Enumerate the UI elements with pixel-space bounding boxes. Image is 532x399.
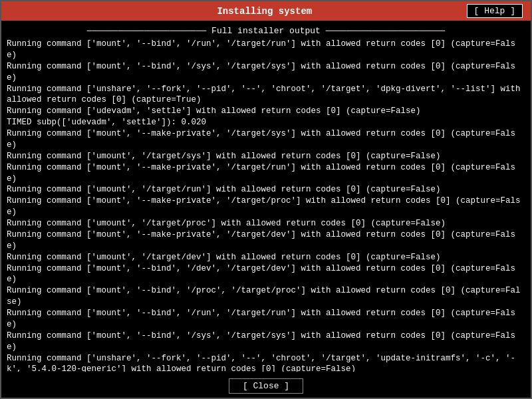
content-area: ─────────────────────── Full installer o… <box>1 21 531 374</box>
footer: [ Close ] <box>1 374 531 398</box>
log-output: Running command ['mount', '--bind', '/ru… <box>7 39 525 372</box>
close-button[interactable]: [ Close ] <box>229 378 303 394</box>
title-bar: Installing system [ Help ] <box>1 1 531 21</box>
help-button[interactable]: [ Help ] <box>467 4 523 18</box>
main-window: Installing system [ Help ] ─────────────… <box>0 0 532 399</box>
window-title: Installing system <box>63 6 467 17</box>
section-header: ─────────────────────── Full installer o… <box>7 23 525 39</box>
